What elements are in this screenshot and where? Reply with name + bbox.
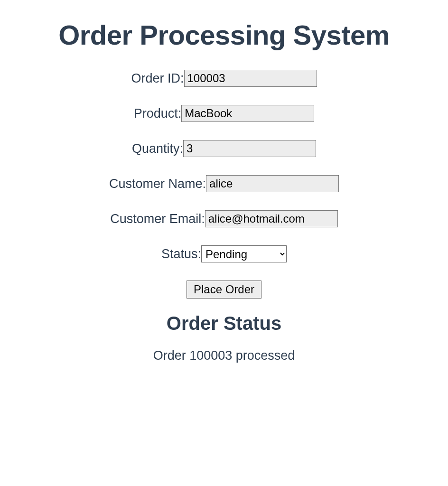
submit-row: Place Order [187,280,261,299]
status-row: Status: Pending [161,245,287,262]
page-title: Order Processing System [0,19,448,51]
order-id-input[interactable] [184,70,317,87]
status-message: Order 100003 processed [0,348,448,363]
place-order-button[interactable]: Place Order [187,280,261,299]
quantity-input[interactable] [183,140,316,157]
customer-name-label: Customer Name: [109,177,206,191]
order-id-label: Order ID: [131,71,184,86]
customer-email-input[interactable] [205,210,338,227]
customer-name-row: Customer Name: [109,175,339,192]
status-heading: Order Status [0,313,448,334]
product-row: Product: [134,105,315,122]
product-label: Product: [134,106,182,121]
order-form: Order ID: Product: Quantity: Customer Na… [0,70,448,299]
status-select[interactable]: Pending [201,245,287,262]
status-label: Status: [161,247,201,262]
customer-email-label: Customer Email: [110,212,205,226]
quantity-label: Quantity: [132,141,183,156]
customer-name-input[interactable] [206,175,339,192]
product-input[interactable] [181,105,314,122]
order-id-row: Order ID: [131,70,317,87]
quantity-row: Quantity: [132,140,316,157]
customer-email-row: Customer Email: [110,210,338,227]
